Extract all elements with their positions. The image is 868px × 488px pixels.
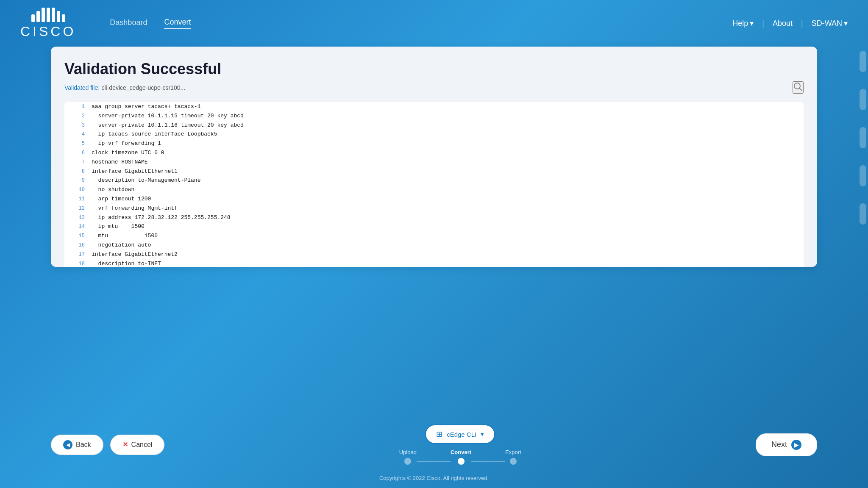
step-dot bbox=[458, 458, 465, 465]
help-menu[interactable]: Help ▾ bbox=[732, 19, 754, 28]
validated-filename: cli-device_cedge-ucpe-csr100... bbox=[101, 84, 185, 91]
back-button[interactable]: ◀ Back bbox=[51, 435, 103, 455]
card-title: Validation Successful bbox=[64, 60, 804, 78]
header-right: Help ▾ | About | SD-WAN ▾ bbox=[732, 19, 848, 28]
svg-line-1 bbox=[800, 89, 802, 91]
code-line: 13 ip address 172.28.32.122 255.255.255.… bbox=[64, 213, 804, 222]
code-line: 18 description to-INET bbox=[64, 259, 804, 267]
step-group-upload: Upload bbox=[399, 449, 417, 465]
main-nav: Dashboard Convert bbox=[110, 18, 191, 29]
progress-stepper: UploadConvertExport bbox=[399, 449, 521, 465]
code-line: 9 description to-Management-Plane bbox=[64, 176, 804, 185]
search-button[interactable] bbox=[793, 81, 804, 94]
footer-left-buttons: ◀ Back ✕ Cancel bbox=[51, 435, 164, 455]
code-viewer: 1aaa group server tacacs+ tacacs-12 serv… bbox=[64, 102, 804, 267]
footer: ◀ Back ✕ Cancel ⊞ cEdge CLI ▾ UploadConv… bbox=[0, 414, 868, 475]
code-line: 2 server-private 10.1.1.15 timeout 20 ke… bbox=[64, 111, 804, 121]
code-line: 3 server-private 10.1.1.16 timeout 20 ke… bbox=[64, 121, 804, 130]
code-line: 6clock timezone UTC 0 0 bbox=[64, 148, 804, 158]
code-line: 17interface GigabitEthernet2 bbox=[64, 250, 804, 259]
footer-center: ⊞ cEdge CLI ▾ UploadConvertExport bbox=[399, 424, 521, 465]
code-line: 8interface GigabitEthernet1 bbox=[64, 167, 804, 176]
type-badge-selector[interactable]: ⊞ cEdge CLI ▾ bbox=[425, 424, 495, 444]
cancel-icon: ✕ bbox=[122, 441, 128, 449]
code-line: 14 ip mtu 1500 bbox=[64, 222, 804, 231]
step-group-export: Export bbox=[505, 449, 521, 465]
main-content: Validation Successful Validated file: cl… bbox=[0, 47, 868, 414]
validated-label: Validated file: bbox=[64, 84, 100, 91]
step-connector bbox=[471, 461, 505, 462]
back-icon: ◀ bbox=[63, 440, 72, 449]
decorative-scrollbars bbox=[858, 0, 868, 488]
code-line: 15 mtu 1500 bbox=[64, 231, 804, 241]
next-arrow-icon: ▶ bbox=[791, 440, 801, 450]
code-line: 16 negotiation auto bbox=[64, 241, 804, 250]
step-group-convert: Convert bbox=[451, 449, 471, 465]
next-button[interactable]: Next ▶ bbox=[756, 433, 817, 456]
step-connector bbox=[417, 461, 451, 462]
validated-file-row: Validated file: cli-device_cedge-ucpe-cs… bbox=[64, 81, 804, 94]
code-line: 7hostname HOSTNAME bbox=[64, 158, 804, 167]
nav-dashboard[interactable]: Dashboard bbox=[110, 18, 147, 29]
header: CISCO Dashboard Convert Help ▾ | About |… bbox=[0, 0, 868, 47]
logo: CISCO bbox=[20, 8, 76, 39]
code-line: 11 arp timeout 1200 bbox=[64, 194, 804, 204]
step-dot bbox=[404, 458, 411, 465]
step-label: Export bbox=[505, 449, 521, 455]
cedge-icon: ⊞ bbox=[436, 430, 442, 439]
sdwan-menu[interactable]: SD-WAN ▾ bbox=[812, 19, 848, 28]
code-line: 4 ip tacacs source-interface Loopback5 bbox=[64, 130, 804, 139]
code-line: 10 no shutdown bbox=[64, 185, 804, 194]
about-link[interactable]: About bbox=[773, 19, 793, 28]
code-line: 12 vrf forwarding Mgmt-intf bbox=[64, 204, 804, 213]
logo-text: CISCO bbox=[20, 24, 76, 39]
step-dot bbox=[510, 458, 517, 465]
validation-card: Validation Successful Validated file: cl… bbox=[51, 47, 817, 267]
step-label: Convert bbox=[451, 449, 471, 455]
code-line: 1aaa group server tacacs+ tacacs-1 bbox=[64, 102, 804, 111]
cisco-bars-icon bbox=[31, 8, 65, 22]
copyright-text: Copyrights © 2022 Cisco. All rights rese… bbox=[0, 475, 868, 488]
cancel-button[interactable]: ✕ Cancel bbox=[110, 435, 165, 455]
step-label: Upload bbox=[399, 449, 417, 455]
code-line: 5 ip vrf forwarding 1 bbox=[64, 139, 804, 148]
nav-convert[interactable]: Convert bbox=[164, 18, 191, 29]
type-badge-label: cEdge CLI bbox=[447, 431, 476, 438]
